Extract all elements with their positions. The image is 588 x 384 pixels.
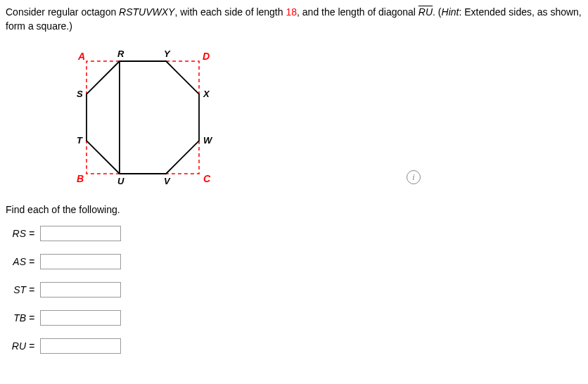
answer-label: AS = xyxy=(6,256,40,267)
answer-row-tb: TB = xyxy=(6,310,582,326)
diagonal-label: RU xyxy=(418,6,433,18)
answer-row-as: AS = xyxy=(6,254,582,269)
answer-input-st[interactable] xyxy=(40,282,121,297)
label-A: A xyxy=(77,51,85,62)
answer-label: RU = xyxy=(6,340,40,352)
answer-row-rs: RS = xyxy=(6,226,582,241)
label-B: B xyxy=(77,173,84,184)
label-T: T xyxy=(77,135,83,146)
answer-label: ST = xyxy=(6,284,40,295)
problem-statement: Consider regular octagon RSTUVWXY, with … xyxy=(6,6,582,33)
side-length: 18 xyxy=(286,6,297,18)
problem-mid1: , with each side of length xyxy=(174,6,286,18)
label-C: C xyxy=(203,173,211,184)
label-V: V xyxy=(164,176,171,186)
answer-label: RS = xyxy=(6,228,40,239)
answer-label: TB = xyxy=(6,312,40,324)
answer-row-st: ST = xyxy=(6,282,582,297)
label-W: W xyxy=(203,135,213,146)
label-X: X xyxy=(203,89,210,99)
octagon-figure: A R Y D S X T W B U V C xyxy=(65,47,220,190)
label-D: D xyxy=(203,51,210,62)
label-S: S xyxy=(77,89,83,99)
label-R: R xyxy=(117,49,124,59)
problem-mid2: , and the length of diagonal xyxy=(297,6,418,18)
label-Y: Y xyxy=(164,49,171,59)
answer-input-rs[interactable] xyxy=(40,226,121,241)
answer-input-ru[interactable] xyxy=(40,338,121,354)
answer-row-ru: RU = xyxy=(6,338,582,354)
problem-suffix: . ( xyxy=(433,6,441,18)
label-U: U xyxy=(117,176,124,186)
problem-prefix: Consider regular octagon xyxy=(6,6,119,18)
hint-label: Hint xyxy=(442,6,459,18)
find-prompt: Find each of the following. xyxy=(6,204,582,215)
answer-input-tb[interactable] xyxy=(40,310,121,326)
answer-input-as[interactable] xyxy=(40,254,121,269)
info-icon[interactable]: i xyxy=(407,170,421,184)
octagon-name: RSTUVWXY xyxy=(119,6,174,18)
svg-marker-0 xyxy=(87,61,199,174)
